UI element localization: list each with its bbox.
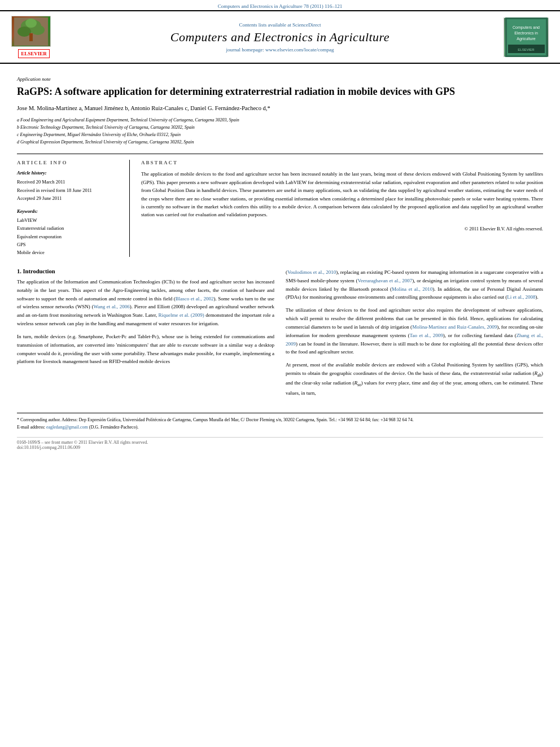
affiliation-b: b Electronic Technology Department, Tech…	[17, 124, 543, 132]
journal-homepage: journal homepage: www.elsevier.com/locat…	[56, 47, 504, 53]
svg-text:Agriculture: Agriculture	[517, 37, 536, 41]
ref-veeraraghavan[interactable]: Veeraraghavan et al., 2007	[357, 278, 412, 283]
article-title: RaGPS: A software application for determ…	[17, 85, 543, 98]
abstract-text: The application of mobile devices to the…	[141, 170, 543, 219]
journal-title: Computers and Electronics in Agriculture	[56, 30, 504, 45]
main-content: Application note RaGPS: A software appli…	[0, 64, 560, 461]
article-history-label: Article history:	[17, 170, 121, 176]
received-date: Received 20 March 2011	[17, 178, 121, 186]
keyword-2: Extraterrestrial radiation	[17, 224, 121, 232]
journal-thumbnail: Computers and Electronics in Agriculture…	[504, 18, 549, 57]
elsevier-wordmark: ELSEVIER	[18, 49, 50, 58]
right-para2: The utilization of these devices to the …	[286, 306, 543, 356]
article-info-col: ARTICLE INFO Article history: Received 2…	[17, 160, 130, 257]
body-right: (Voulodimos et al., 2010), replacing an …	[286, 268, 543, 401]
journal-header: ELSEVIER Contents lists available at Sci…	[0, 10, 560, 64]
bottom-bar: 0168-1699/$ – see front matter © 2011 El…	[17, 437, 543, 450]
svg-text:Computers and: Computers and	[513, 25, 540, 30]
article-info-heading: ARTICLE INFO	[17, 160, 121, 165]
article-type: Application note	[17, 76, 543, 82]
svg-text:Electronics in: Electronics in	[514, 31, 538, 35]
abstract-heading: ABSTRACT	[141, 160, 543, 165]
svg-point-2	[18, 27, 31, 37]
affiliations: a Food Engineering and Agricultural Equi…	[17, 117, 543, 146]
elsevier-tree-logo	[11, 16, 51, 47]
sciencedirect-link[interactable]: ScienceDirect	[292, 22, 321, 28]
ref-molina2009[interactable]: Molina-Martinez and Ruiz-Canales, 2009	[412, 324, 497, 330]
revised-date: Received in revised form 18 June 2011	[17, 186, 121, 194]
footnote-email: E-mail address: eagledang@gmail.com (D.G…	[17, 424, 543, 431]
citation-text: Computers and Electronics in Agriculture…	[218, 3, 343, 9]
contents-line: Contents lists available at ScienceDirec…	[56, 22, 504, 28]
affiliation-c: c Engineering Department, Miguel Hernánd…	[17, 132, 543, 139]
elsevier-logo-area: ELSEVIER	[11, 16, 56, 58]
affiliation-d: d Graphical Expression Department, Techn…	[17, 139, 543, 146]
keyword-5: Mobile device	[17, 248, 121, 256]
footnote-corresponding: * Corresponding author. Address: Dep Exp…	[17, 417, 543, 424]
email-link[interactable]: eagledang@gmail.com	[46, 425, 88, 430]
body-left: 1. Introduction The application of the I…	[17, 268, 274, 401]
journal-header-center: Contents lists available at ScienceDirec…	[56, 22, 504, 53]
top-citation-bar: Computers and Electronics in Agriculture…	[0, 0, 560, 10]
ref-blasco[interactable]: Blasco et al., 2002	[176, 296, 214, 302]
accepted-date: Accepted 29 June 2011	[17, 194, 121, 202]
body-section: 1. Introduction The application of the I…	[17, 268, 543, 401]
keyword-3: Equivalent evaporation	[17, 233, 121, 241]
authors-line: Jose M. Molina-Martínez a, Manuel Jiméne…	[17, 104, 543, 113]
ref-riquelme[interactable]: Riquelme et al. (2009)	[159, 312, 204, 318]
right-para3: At present, most of the available mobile…	[286, 361, 543, 397]
page-container: Computers and Electronics in Agriculture…	[0, 0, 560, 461]
homepage-url[interactable]: www.elsevier.com/locate/compag	[265, 47, 334, 53]
ref-li[interactable]: Li et al., 2008	[507, 294, 535, 300]
keyword-4: GPS	[17, 241, 121, 248]
keywords-heading: Keywords:	[17, 208, 121, 214]
article-meta-section: ARTICLE INFO Article history: Received 2…	[17, 154, 543, 257]
intro-para1: The application of the Information and C…	[17, 278, 274, 328]
intro-heading: 1. Introduction	[17, 268, 274, 274]
svg-text:ELSEVIER: ELSEVIER	[518, 48, 535, 51]
keyword-1: LabVIEW	[17, 216, 121, 224]
copyright-line: © 2011 Elsevier B.V. All rights reserved…	[141, 224, 543, 231]
ref-tao[interactable]: Tao et al., 2009	[410, 333, 443, 338]
intro-para2: In turn, mobile devices (e.g. Smartphone…	[17, 333, 274, 366]
affiliation-a: a Food Engineering and Agricultural Equi…	[17, 117, 543, 124]
ref-wang[interactable]: Wang et al., 2006	[93, 304, 129, 309]
ref-molina2010[interactable]: Molina et al., 2010	[392, 286, 432, 292]
abstract-col: ABSTRACT The application of mobile devic…	[141, 160, 543, 257]
issn-line: 0168-1699/$ – see front matter © 2011 El…	[17, 440, 543, 445]
svg-point-5	[25, 19, 37, 28]
svg-rect-4	[29, 33, 33, 41]
right-para1: (Voulodimos et al., 2010), replacing an …	[286, 268, 543, 302]
contents-text: Contents lists available at	[239, 22, 291, 28]
footnote-area: * Corresponding author. Address: Dep Exp…	[17, 413, 543, 431]
doi-line: doi:10.1016/j.compag.2011.06.009	[17, 445, 543, 450]
article-dates: Received 20 March 2011 Received in revis…	[17, 178, 121, 202]
keywords-list: LabVIEW Extraterrestrial radiation Equiv…	[17, 216, 121, 257]
ref-voulodimos[interactable]: Voulodimos et al., 2010	[287, 269, 336, 275]
